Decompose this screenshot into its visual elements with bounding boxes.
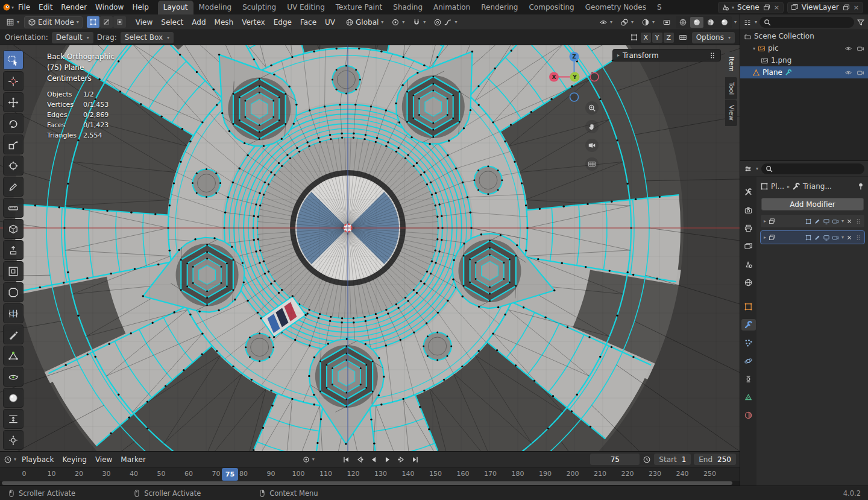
play-button[interactable] [381, 453, 394, 466]
viewport-canvas[interactable] [0, 45, 740, 451]
tool-edge-slide[interactable] [3, 409, 24, 429]
transform-orientation-dropdown[interactable]: Global ▾ [342, 16, 386, 28]
panel-grip-icon[interactable] [708, 51, 717, 60]
options-dropdown[interactable]: Options▾ [692, 32, 735, 43]
shading-rendered-button[interactable] [718, 17, 731, 28]
hide-viewport-toggle[interactable] [844, 45, 852, 52]
tool-extrude-region[interactable] [3, 240, 24, 260]
pan-button[interactable] [585, 120, 599, 133]
object-visibility-dropdown[interactable]: ▾ [596, 16, 615, 28]
jump-to-start-button[interactable] [339, 453, 352, 466]
properties-tab-world[interactable] [741, 277, 756, 288]
timeline-editor-dropdown-icon[interactable]: ▾ [14, 457, 16, 462]
viewport-menu-vertex[interactable]: Vertex [237, 16, 269, 28]
menu-window[interactable]: Window [91, 1, 128, 13]
viewlayer-selector[interactable]: ViewLayer × [787, 2, 863, 13]
tool-poly-build[interactable] [3, 346, 24, 366]
workspace-tab-texture-paint[interactable]: Texture Paint [330, 1, 388, 14]
scene-browse-icon[interactable]: ▾ [732, 5, 734, 10]
workspace-tab-shading[interactable]: Shading [388, 1, 428, 14]
tool-rotate[interactable] [3, 113, 24, 133]
tool-bevel[interactable] [3, 282, 24, 302]
sidebar-tab-item[interactable]: Item [725, 52, 737, 77]
workspace-tab-modeling[interactable]: Modeling [193, 1, 237, 14]
workspace-tab-compositing[interactable]: Compositing [523, 1, 579, 14]
modifier-expand-icon[interactable]: ▸ [764, 235, 766, 240]
zoom-button[interactable] [585, 101, 599, 115]
properties-tab-constraints[interactable] [741, 373, 756, 385]
modifier-row-1[interactable]: ▸▾ [760, 214, 865, 228]
tool-spin[interactable] [3, 367, 24, 387]
proportional-edit-toggle[interactable]: ▾ [430, 16, 460, 28]
modifier-grip-icon[interactable] [855, 218, 862, 225]
shading-wireframe-button[interactable] [676, 17, 690, 28]
end-frame-field[interactable]: End 250 [694, 454, 736, 465]
properties-search-input[interactable] [761, 163, 864, 174]
timeline-menu-keying[interactable]: Keying [58, 454, 91, 466]
mirror-axis-z[interactable]: Z [664, 33, 674, 43]
disable-render-toggle[interactable] [857, 69, 864, 77]
modifier-delete-button[interactable] [846, 218, 853, 225]
mirror-axis-x[interactable]: X [641, 33, 651, 43]
auto-keying-dropdown-icon[interactable]: ▾ [312, 457, 315, 462]
modifier-toggle-tcage[interactable] [805, 234, 812, 241]
menu-file[interactable]: File [14, 1, 34, 13]
perspective-toggle-button[interactable] [585, 157, 599, 171]
properties-tab-modifiers[interactable] [741, 319, 756, 331]
breadcrumb-object[interactable]: Pl... [771, 182, 784, 191]
auto-keying-toggle[interactable] [302, 455, 310, 464]
add-modifier-button[interactable]: Add Modifier [761, 198, 864, 210]
menu-help[interactable]: Help [128, 1, 153, 13]
outliner-row-pic[interactable]: ▾pic [740, 42, 868, 54]
remove-viewlayer-button[interactable]: × [852, 4, 860, 11]
modifier-extras-icon[interactable]: ▾ [841, 218, 844, 224]
disable-render-toggle[interactable] [857, 45, 864, 52]
new-scene-icon[interactable] [763, 3, 771, 11]
editor-type-button[interactable]: ▾ [3, 16, 22, 28]
timeline-menu-playback[interactable]: Playback [17, 454, 58, 466]
xray-toggle[interactable] [659, 16, 674, 28]
use-preview-range-icon[interactable] [643, 455, 651, 464]
workspace-tab-layout[interactable]: Layout [158, 1, 193, 14]
tool-smooth[interactable] [3, 388, 24, 408]
properties-tab-data[interactable] [741, 391, 756, 403]
workspace-tab-sculpting[interactable]: Sculpting [237, 1, 281, 14]
properties-tab-material[interactable] [741, 410, 756, 421]
properties-tab-physics[interactable] [741, 355, 756, 367]
outliner-row-1-png[interactable]: 1.png [740, 54, 868, 66]
shading-solid-button[interactable] [690, 17, 703, 28]
navigation-gizmo[interactable]: ZXY [546, 48, 603, 106]
properties-tab-scene[interactable] [741, 259, 756, 270]
modifier-toggle-tcage[interactable] [805, 218, 812, 225]
start-frame-field[interactable]: Start 1 [654, 454, 691, 465]
tool-annotate[interactable] [3, 177, 24, 197]
modifier-toggle-tedit[interactable] [814, 218, 821, 225]
playhead[interactable]: 75 [222, 468, 238, 481]
viewport-menu-add[interactable]: Add [187, 16, 210, 28]
tool-knife[interactable] [3, 324, 24, 344]
modifier-toggle-tedit[interactable] [814, 234, 821, 241]
properties-editor-dropdown-icon[interactable]: ▾ [756, 166, 758, 171]
properties-tab-view-layer[interactable] [741, 241, 756, 252]
select-mode-edge[interactable] [100, 16, 113, 28]
show-overlays-dropdown[interactable]: ▾ [638, 16, 658, 28]
outliner-editor-dropdown-icon[interactable]: ▾ [755, 19, 757, 25]
modifier-toggle-cam[interactable] [832, 218, 839, 225]
next-keyframe-button[interactable] [395, 453, 407, 466]
viewport-menu-uv[interactable]: UV [321, 16, 339, 28]
hide-viewport-toggle[interactable] [844, 69, 852, 77]
workspace-tab-rendering[interactable]: Rendering [476, 1, 523, 14]
modifier-expand-icon[interactable]: ▸ [764, 218, 766, 224]
previous-keyframe-button[interactable] [353, 453, 366, 466]
scene-selector[interactable]: ▾ Scene × [718, 2, 784, 13]
properties-tab-render[interactable] [741, 204, 756, 216]
tool-move[interactable] [3, 92, 24, 112]
timeline-scrollbar-handle[interactable] [2, 481, 732, 485]
current-frame-field[interactable]: 75 [590, 454, 640, 465]
sidebar-tab-tool[interactable]: Tool [725, 77, 737, 100]
outliner-editor-icon[interactable] [743, 18, 752, 27]
modifier-toggle-cam[interactable] [832, 234, 839, 241]
panel-expand-icon[interactable]: ▸ [617, 52, 620, 58]
snap-toggle[interactable]: ▾ [409, 16, 429, 28]
viewport-menu-mesh[interactable]: Mesh [210, 16, 238, 28]
